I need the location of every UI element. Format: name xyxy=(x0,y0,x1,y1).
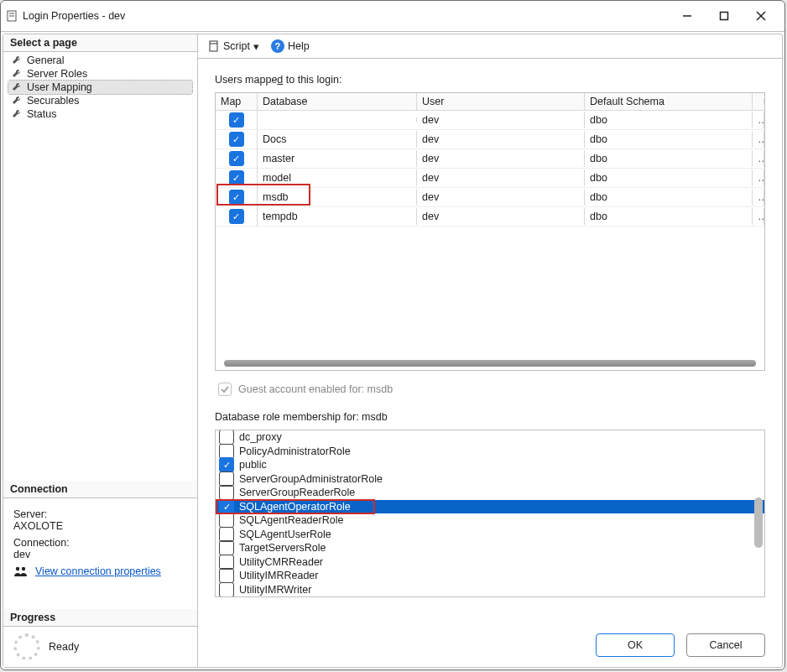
role-checkbox[interactable]: ✓ xyxy=(219,444,234,459)
col-map: Map xyxy=(216,93,258,110)
ok-button[interactable]: OK xyxy=(596,633,675,657)
role-checkbox[interactable]: ✓ xyxy=(219,457,234,472)
nav-heading: Select a page xyxy=(3,34,197,52)
wrench-icon xyxy=(12,69,22,79)
map-checkbox[interactable]: ✓ xyxy=(229,190,244,205)
roles-scrollbar[interactable] xyxy=(754,497,763,548)
schema-browse-button[interactable]: … xyxy=(753,208,764,225)
role-item[interactable]: ✓ServerGroupAdministratorRole xyxy=(216,472,764,487)
role-checkbox[interactable]: ✓ xyxy=(219,485,234,500)
role-checkbox[interactable]: ✓ xyxy=(219,471,234,487)
cell-schema: dbo xyxy=(585,131,753,148)
role-checkbox[interactable]: ✓ xyxy=(219,568,234,583)
grid-scrollbar[interactable] xyxy=(224,360,756,367)
guest-account-row: Guest account enabled for: msdb xyxy=(215,374,765,404)
map-checkbox[interactable]: ✓ xyxy=(229,112,244,128)
nav-item-user-mapping[interactable]: User Mapping xyxy=(8,81,192,94)
schema-browse-button[interactable]: … xyxy=(753,150,764,167)
map-checkbox[interactable]: ✓ xyxy=(229,170,244,185)
help-button[interactable]: ? Help xyxy=(271,39,310,53)
nav-item-status[interactable]: Status xyxy=(8,107,192,121)
connection-label: Connection: xyxy=(13,537,187,549)
role-checkbox[interactable]: ✓ xyxy=(219,555,234,570)
nav-item-server-roles[interactable]: Server Roles xyxy=(8,67,192,81)
roles-title: Database role membership for: msdb xyxy=(215,411,765,423)
role-item[interactable]: ✓SQLAgentReaderRole xyxy=(216,513,764,528)
users-mapped-title: Users mapped to this login: xyxy=(215,74,765,86)
nav-item-general[interactable]: General xyxy=(8,54,192,67)
schema-browse-button[interactable]: … xyxy=(753,189,764,206)
map-checkbox[interactable]: ✓ xyxy=(229,209,244,224)
table-row[interactable]: ✓modeldevdbo… xyxy=(216,169,764,188)
view-connection-properties-link[interactable]: View connection properties xyxy=(35,565,161,577)
role-item[interactable]: ✓UtilityIMRWriter xyxy=(216,583,764,597)
role-checkbox[interactable]: ✓ xyxy=(219,513,234,528)
users-mapped-grid[interactable]: Map Database User Default Schema ✓devdbo… xyxy=(215,92,765,371)
role-label: UtilityIMRReader xyxy=(239,569,318,583)
connection-people-icon xyxy=(13,565,29,577)
role-item[interactable]: ✓SQLAgentUserRole xyxy=(216,528,764,542)
progress-heading: Progress xyxy=(3,609,197,627)
close-button[interactable] xyxy=(743,3,779,29)
role-checkbox[interactable]: ✓ xyxy=(219,430,234,445)
role-item[interactable]: ✓SQLAgentOperatorRole xyxy=(216,500,764,514)
role-item[interactable]: ✓UtilityIMRReader xyxy=(216,569,764,583)
cell-database: Docs xyxy=(258,131,417,148)
role-item[interactable]: ✓public xyxy=(216,458,764,472)
minimize-button[interactable] xyxy=(669,3,706,29)
main-body: Users mapped to this login: Map Database… xyxy=(198,59,782,623)
right-panel: Script ▾ ? Help Users mapped to this log… xyxy=(198,34,782,667)
connection-value: dev xyxy=(13,549,187,560)
role-label: dc_proxy xyxy=(239,430,282,445)
maximize-button[interactable] xyxy=(706,3,743,29)
cell-schema: dbo xyxy=(585,150,753,167)
role-checkbox[interactable]: ✓ xyxy=(219,499,234,514)
role-item[interactable]: ✓ServerGroupReaderRole xyxy=(216,486,764,500)
cell-schema: dbo xyxy=(585,112,753,128)
role-checkbox[interactable]: ✓ xyxy=(219,582,234,597)
server-value: AXOLOTE xyxy=(13,520,187,532)
window-title: Login Properties - dev xyxy=(18,10,669,22)
map-checkbox[interactable]: ✓ xyxy=(229,132,244,147)
schema-browse-button[interactable]: … xyxy=(753,131,764,148)
role-item[interactable]: ✓PolicyAdministratorRole xyxy=(216,445,764,459)
role-label: TargetServersRole xyxy=(239,541,326,555)
script-label: Script xyxy=(223,40,250,52)
script-dropdown[interactable]: Script ▾ xyxy=(208,40,259,53)
schema-browse-button[interactable]: … xyxy=(753,169,764,186)
table-row[interactable]: ✓masterdevdbo… xyxy=(216,149,764,169)
cancel-button[interactable]: Cancel xyxy=(686,633,765,657)
role-checkbox[interactable]: ✓ xyxy=(219,540,234,555)
table-row[interactable]: ✓Docsdevdbo… xyxy=(216,130,764,149)
nav-item-label: User Mapping xyxy=(27,81,92,93)
map-checkbox[interactable]: ✓ xyxy=(229,151,244,166)
role-label: UtilityIMRWriter xyxy=(239,583,311,597)
role-item[interactable]: ✓dc_proxy xyxy=(216,430,764,445)
cell-database: master xyxy=(258,150,417,167)
role-label: ServerGroupReaderRole xyxy=(239,486,355,500)
role-item[interactable]: ✓TargetServersRole xyxy=(216,541,764,555)
nav-item-label: Status xyxy=(27,108,56,120)
cell-user: dev xyxy=(417,169,585,186)
schema-browse-button[interactable]: … xyxy=(753,112,764,128)
cell-user: dev xyxy=(417,112,585,128)
title-bar: Login Properties - dev xyxy=(1,1,784,32)
table-row[interactable]: ✓tempdbdevdbo… xyxy=(216,207,764,227)
cell-schema: dbo xyxy=(585,169,753,186)
role-label: public xyxy=(239,458,267,472)
svg-rect-4 xyxy=(721,13,728,20)
role-item[interactable]: ✓UtilityCMRReader xyxy=(216,555,764,570)
nav-list: GeneralServer RolesUser MappingSecurable… xyxy=(3,52,197,122)
nav-item-securables[interactable]: Securables xyxy=(8,94,192,107)
help-icon: ? xyxy=(271,39,284,53)
cell-database xyxy=(258,117,417,122)
window-icon xyxy=(6,10,18,22)
progress-row: Ready xyxy=(3,627,197,667)
table-row[interactable]: ✓msdbdevdbo… xyxy=(216,188,764,207)
roles-box[interactable]: ✓dc_proxy✓PolicyAdministratorRole✓public… xyxy=(215,430,765,597)
svg-rect-9 xyxy=(210,41,217,51)
table-row[interactable]: ✓devdbo… xyxy=(216,111,764,130)
guest-account-label: Guest account enabled for: msdb xyxy=(238,383,393,395)
role-checkbox[interactable]: ✓ xyxy=(219,527,234,542)
grid-body: ✓devdbo…✓Docsdevdbo…✓masterdevdbo…✓model… xyxy=(216,111,764,370)
